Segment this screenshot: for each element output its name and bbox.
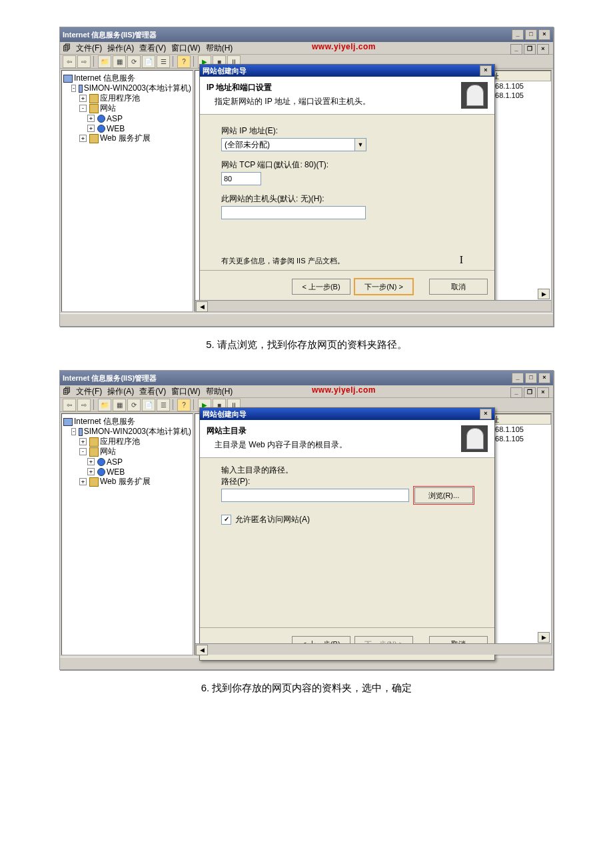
back-button[interactable]: < 上一步(B) bbox=[292, 279, 350, 295]
menu-action[interactable]: 操作(A) bbox=[107, 43, 134, 54]
expand-icon[interactable]: - bbox=[71, 85, 76, 92]
screenshot-2: Internet 信息服务(IIS)管理器 _ □ × 🗐 文件(F) 操作(A… bbox=[59, 370, 554, 670]
back-icon[interactable]: ⇦ bbox=[63, 399, 76, 411]
computer-icon bbox=[79, 85, 82, 93]
menu-help[interactable]: 帮助(H) bbox=[206, 43, 233, 54]
wizard-dialog: 网站创建向导 × IP 地址和端口设置 指定新网站的 IP 地址，端口设置和主机… bbox=[199, 64, 495, 303]
minimize-button[interactable]: _ bbox=[512, 29, 524, 40]
up-icon[interactable]: 📁 bbox=[98, 399, 111, 411]
text-cursor-icon: I bbox=[460, 254, 463, 266]
app-titlebar: Internet 信息服务(IIS)管理器 _ □ × bbox=[60, 27, 553, 42]
expand-icon[interactable]: + bbox=[87, 115, 95, 122]
iis-root-icon bbox=[63, 418, 73, 426]
expand-icon[interactable]: + bbox=[79, 438, 87, 445]
menu-help[interactable]: 帮助(H) bbox=[206, 386, 233, 397]
expand-icon[interactable]: + bbox=[87, 125, 95, 132]
scroll-right-icon[interactable]: ▶ bbox=[538, 289, 550, 299]
wizard-note: 有关更多信息，请参阅 IIS 产品文档。 bbox=[221, 257, 344, 265]
mdi-minimize-button[interactable]: _ bbox=[510, 44, 522, 55]
scroll-left-icon[interactable]: ◀ bbox=[196, 301, 208, 312]
close-button[interactable]: × bbox=[538, 373, 550, 383]
wizard-close-button[interactable]: × bbox=[480, 409, 492, 419]
maximize-button[interactable]: □ bbox=[525, 373, 537, 383]
minimize-button[interactable]: _ bbox=[512, 373, 524, 383]
chevron-down-icon[interactable]: ▼ bbox=[354, 139, 366, 151]
tree-asp[interactable]: ASP bbox=[107, 114, 123, 123]
wizard-graphic-icon bbox=[461, 82, 488, 109]
mdi-close-button[interactable]: × bbox=[537, 387, 549, 398]
expand-icon[interactable]: + bbox=[79, 135, 87, 142]
list-icon[interactable]: ☰ bbox=[157, 55, 170, 68]
path-label: 路径(P): bbox=[221, 477, 250, 486]
folder-icon bbox=[89, 437, 99, 447]
folder-icon bbox=[89, 134, 99, 143]
menu-window[interactable]: 窗口(W) bbox=[171, 386, 200, 397]
tree-web[interactable]: WEB bbox=[107, 124, 125, 133]
properties-icon[interactable]: ▦ bbox=[113, 55, 126, 68]
wizard-dialog: 网站创建向导 × 网站主目录 主目录是 Web 内容子目录的根目录。 输入主目录… bbox=[199, 407, 495, 661]
list-icon[interactable]: ☰ bbox=[157, 399, 170, 411]
forward-icon[interactable]: ⇨ bbox=[77, 55, 91, 68]
export-icon[interactable]: 📄 bbox=[142, 55, 155, 68]
tree-sites[interactable]: 网站 bbox=[100, 103, 116, 114]
collapse-icon[interactable]: - bbox=[79, 448, 87, 455]
computer-icon bbox=[79, 428, 82, 436]
menu-bar: 🗐 文件(F) 操作(A) 查看(V) 窗口(W) 帮助(H) bbox=[60, 385, 553, 398]
tree-ext[interactable]: Web 服务扩展 bbox=[100, 476, 151, 487]
wizard-heading: IP 地址和端口设置 bbox=[207, 82, 461, 93]
menu-action[interactable]: 操作(A) bbox=[107, 386, 134, 397]
forward-icon[interactable]: ⇨ bbox=[77, 399, 91, 411]
menu-view[interactable]: 查看(V) bbox=[139, 386, 166, 397]
folder-icon bbox=[89, 447, 99, 457]
expand-icon[interactable]: - bbox=[71, 428, 76, 435]
tree-web[interactable]: WEB bbox=[107, 467, 125, 477]
refresh-icon[interactable]: ⟳ bbox=[127, 55, 141, 68]
help-icon[interactable]: ? bbox=[177, 55, 191, 68]
expand-icon[interactable]: + bbox=[79, 478, 87, 485]
window-buttons: _ □ × bbox=[512, 29, 550, 40]
cancel-button[interactable]: 取消 bbox=[429, 279, 488, 295]
menu-file[interactable]: 文件(F) bbox=[76, 386, 102, 397]
folder-icon bbox=[89, 477, 99, 487]
up-icon[interactable]: 📁 bbox=[98, 55, 111, 68]
path-input[interactable] bbox=[221, 489, 409, 502]
next-button[interactable]: 下一步(N) > bbox=[354, 279, 413, 295]
refresh-icon[interactable]: ⟳ bbox=[127, 399, 141, 411]
port-input[interactable]: 80 bbox=[221, 172, 261, 185]
tree-sites[interactable]: 网站 bbox=[100, 446, 116, 457]
wizard-close-button[interactable]: × bbox=[480, 65, 492, 76]
mdi-minimize-button[interactable]: _ bbox=[510, 387, 522, 398]
mdi-close-button[interactable]: × bbox=[537, 44, 549, 55]
mdi-restore-button[interactable]: ❐ bbox=[524, 387, 536, 398]
wizard-subheading: 主目录是 Web 内容子目录的根目录。 bbox=[207, 439, 461, 451]
expand-icon[interactable]: + bbox=[87, 458, 95, 465]
watermark: www.yiyelj.com bbox=[312, 42, 376, 51]
host-input[interactable] bbox=[221, 206, 366, 219]
properties-icon[interactable]: ▦ bbox=[113, 399, 126, 411]
close-button[interactable]: × bbox=[538, 29, 550, 40]
maximize-button[interactable]: □ bbox=[525, 29, 537, 40]
anon-checkbox[interactable]: ✓ bbox=[221, 515, 231, 525]
app-title: Internet 信息服务(IIS)管理器 bbox=[63, 30, 157, 40]
mdi-restore-button[interactable]: ❐ bbox=[524, 44, 536, 55]
wizard-subheading: 指定新网站的 IP 地址，端口设置和主机头。 bbox=[207, 96, 461, 107]
menu-window[interactable]: 窗口(W) bbox=[171, 43, 200, 54]
menu-view[interactable]: 查看(V) bbox=[139, 43, 166, 54]
ip-dropdown[interactable]: (全部未分配) ▼ bbox=[221, 138, 366, 151]
collapse-icon[interactable]: - bbox=[79, 105, 87, 112]
scroll-right-icon[interactable]: ▶ bbox=[538, 632, 550, 643]
back-icon[interactable]: ⇦ bbox=[63, 55, 76, 68]
export-icon[interactable]: 📄 bbox=[142, 399, 155, 411]
help-icon[interactable]: ? bbox=[177, 399, 191, 411]
tree-asp[interactable]: ASP bbox=[107, 457, 123, 467]
scroll-left-icon[interactable]: ◀ bbox=[196, 645, 208, 655]
expand-icon[interactable]: + bbox=[87, 468, 95, 475]
wizard-title: 网站创建向导 bbox=[203, 66, 247, 76]
menu-file[interactable]: 文件(F) bbox=[76, 43, 102, 54]
browse-button[interactable]: 浏览(R)... bbox=[414, 487, 473, 503]
status-bar bbox=[60, 313, 553, 326]
tree-ext[interactable]: Web 服务扩展 bbox=[100, 133, 151, 144]
app-title: Internet 信息服务(IIS)管理器 bbox=[63, 373, 157, 383]
wizard-heading: 网站主目录 bbox=[207, 425, 461, 437]
expand-icon[interactable]: + bbox=[79, 95, 87, 102]
